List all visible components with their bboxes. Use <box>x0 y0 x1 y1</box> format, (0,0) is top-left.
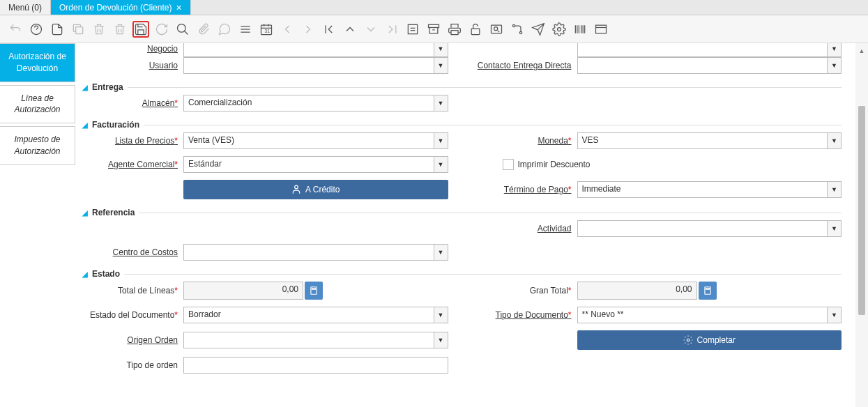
negocio-input[interactable] <box>183 43 448 57</box>
acredito-button[interactable]: A Crédito <box>183 180 448 199</box>
section-referencia[interactable]: ◢Referencia <box>82 208 842 217</box>
dropdown-icon[interactable]: ▼ <box>827 58 841 73</box>
origen-input[interactable] <box>183 332 448 348</box>
dropdown-icon[interactable]: ▼ <box>827 182 841 197</box>
svg-rect-1 <box>76 26 83 33</box>
tab-menu[interactable]: Menú (0) <box>0 0 51 15</box>
tab-orden-devolucion[interactable]: Orden de Devolución (Cliente) × <box>51 0 191 15</box>
termino-input[interactable]: Immediate <box>577 181 842 198</box>
window-tabs: Menú (0) Orden de Devolución (Cliente) × <box>0 0 868 15</box>
copy-icon[interactable] <box>70 21 86 38</box>
prev-icon[interactable] <box>279 21 296 38</box>
print-icon[interactable] <box>446 21 463 38</box>
imprimir-checkbox[interactable] <box>503 159 514 170</box>
calendar-icon[interactable]: 31 <box>258 21 275 38</box>
grid-toggle-icon[interactable] <box>237 21 254 38</box>
label-imprimir: Imprimir Descuento <box>518 160 591 169</box>
down-icon[interactable] <box>363 21 379 38</box>
last-icon[interactable] <box>383 21 400 38</box>
dropdown-icon[interactable]: ▼ <box>827 221 841 236</box>
label-actividad: Actividad <box>476 224 577 233</box>
tipoorden-input[interactable] <box>183 357 448 374</box>
calculator-icon[interactable] <box>305 282 323 300</box>
almacen-input[interactable]: Comercialización <box>183 95 448 112</box>
report-icon[interactable] <box>404 21 421 38</box>
label-moneda: Moneda* <box>476 136 577 146</box>
actividad-input[interactable] <box>577 220 842 237</box>
dropdown-icon[interactable]: ▼ <box>434 245 448 260</box>
next-icon[interactable] <box>300 21 317 38</box>
delete-all-icon[interactable] <box>112 21 128 38</box>
section-facturacion[interactable]: ◢Facturación <box>82 120 842 130</box>
sidetab-impuesto[interactable]: Impuesto de Autorización <box>0 126 75 165</box>
window-icon[interactable] <box>593 21 609 38</box>
label-contacto: Contacto Entrega Directa <box>476 61 577 70</box>
collapse-icon: ◢ <box>82 209 88 217</box>
lista-input[interactable]: Venta (VES) <box>183 132 448 149</box>
barcode-icon[interactable] <box>572 21 588 38</box>
tipodoc-input[interactable]: ** Nuevo ** <box>577 307 842 323</box>
archive-icon[interactable] <box>425 21 442 38</box>
search-icon[interactable] <box>174 21 191 38</box>
collapse-icon: ◢ <box>82 121 88 129</box>
label-estadodoc: Estado del Documento* <box>82 310 183 320</box>
dropdown-icon[interactable]: ▼ <box>434 157 448 172</box>
sidetab-linea[interactable]: Línea de Autorización <box>0 85 75 124</box>
moneda-input[interactable]: VES <box>577 132 842 149</box>
usuario-input[interactable] <box>183 57 448 74</box>
section-estado[interactable]: ◢Estado <box>82 269 842 279</box>
estadodoc-input[interactable]: Borrador <box>183 307 448 323</box>
dropdown-icon[interactable]: ▼ <box>434 332 448 348</box>
dropdown-icon[interactable]: ▼ <box>827 43 841 56</box>
label-origen: Origen Orden <box>82 335 183 345</box>
refresh-icon[interactable] <box>153 21 170 38</box>
dropdown-icon[interactable]: ▼ <box>434 43 448 56</box>
save-icon[interactable] <box>132 21 149 38</box>
centro-input[interactable] <box>183 244 448 261</box>
blank-input[interactable] <box>577 43 842 57</box>
label-totallineas: Total de Líneas* <box>82 286 183 295</box>
close-icon[interactable]: × <box>176 2 181 13</box>
dropdown-icon[interactable]: ▼ <box>434 95 448 111</box>
new-icon[interactable] <box>49 21 66 38</box>
calculator-icon[interactable] <box>699 282 717 300</box>
first-icon[interactable] <box>321 21 337 38</box>
agente-input[interactable]: Estándar <box>183 156 448 173</box>
section-entrega[interactable]: ◢Entrega <box>82 82 842 92</box>
comment-icon[interactable] <box>216 21 233 38</box>
send-icon[interactable] <box>530 21 547 38</box>
svg-text:31: 31 <box>265 29 271 33</box>
label-grantotal: Gran Total* <box>476 286 577 295</box>
svg-rect-27 <box>596 25 607 33</box>
sidetab-autorizacion[interactable]: Autorización de Devolución <box>0 43 75 82</box>
attachment-icon[interactable] <box>195 21 212 38</box>
gear-icon[interactable] <box>551 21 568 38</box>
lock-icon[interactable] <box>467 21 484 38</box>
svg-rect-11 <box>408 24 417 33</box>
label-lista: Lista de Precios* <box>82 136 183 146</box>
svg-point-19 <box>519 31 521 33</box>
zoom-icon[interactable] <box>488 21 505 38</box>
help-icon[interactable] <box>28 21 45 38</box>
contacto-input[interactable] <box>577 57 842 74</box>
grantotal-input[interactable]: 0,00 <box>577 282 697 300</box>
label-usuario: Usuario <box>82 61 183 70</box>
dropdown-icon[interactable]: ▼ <box>827 307 841 323</box>
label-centro: Centro de Costos <box>82 247 183 257</box>
svg-point-2 <box>178 24 186 32</box>
up-icon[interactable] <box>342 21 358 38</box>
scrollbar-thumb[interactable] <box>858 106 865 315</box>
dropdown-icon[interactable]: ▼ <box>434 133 448 148</box>
label-termino: Término de Pago* <box>476 185 577 194</box>
svg-point-36 <box>687 339 690 341</box>
dropdown-icon[interactable]: ▼ <box>827 133 841 148</box>
workflow-icon[interactable] <box>509 21 526 38</box>
totallineas-input[interactable]: 0,00 <box>183 282 303 300</box>
delete-icon[interactable] <box>91 21 107 38</box>
dropdown-icon[interactable]: ▼ <box>434 307 448 323</box>
completar-button[interactable]: Completar <box>577 330 842 350</box>
scroll-up-icon[interactable]: ▲ <box>858 46 866 56</box>
dropdown-icon[interactable]: ▼ <box>434 58 448 73</box>
form-area: Negocio ▼ .▼ Usuario ▼ Contacto Entrega … <box>75 43 855 407</box>
undo-icon[interactable] <box>7 21 24 38</box>
